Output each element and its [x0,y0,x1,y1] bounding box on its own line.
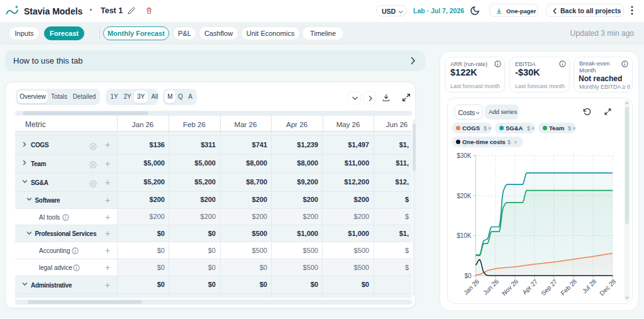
svg-text:Apr 27: Apr 27 [521,277,539,296]
svg-text:$30K: $30K [457,152,472,159]
svg-text:Feb 28: Feb 28 [559,277,578,296]
svg-text:Jul 28: Jul 28 [581,277,598,294]
svg-text:Dec 28: Dec 28 [598,277,617,296]
svg-text:Jun 26: Jun 26 [482,277,500,296]
svg-text:$10K: $10K [457,232,472,239]
svg-text:$20K: $20K [457,193,472,199]
svg-text:Nov 26: Nov 26 [501,277,519,296]
svg-text:Jan 26: Jan 26 [462,277,480,296]
svg-text:$0: $0 [464,272,472,279]
svg-text:Sep 27: Sep 27 [540,277,558,296]
